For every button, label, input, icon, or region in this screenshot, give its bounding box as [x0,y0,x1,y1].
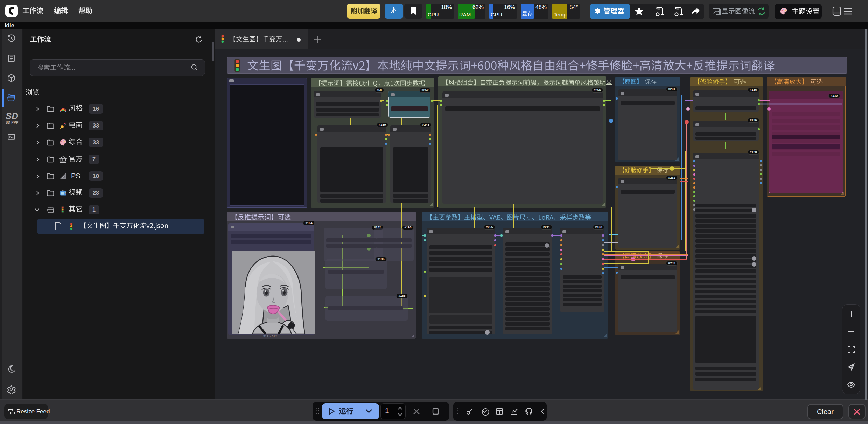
svg-text:SD PPP: SD PPP [6,121,19,124]
svg-text:SD: SD [6,111,18,121]
